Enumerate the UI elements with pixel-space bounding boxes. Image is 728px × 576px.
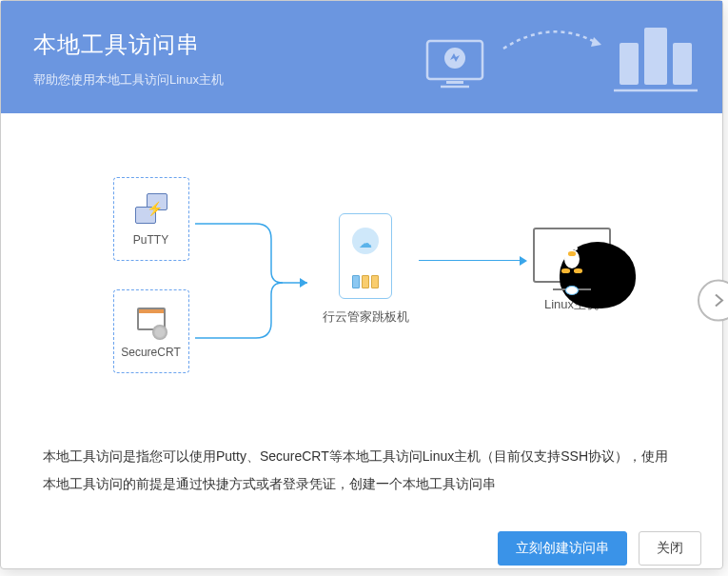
arrow-server-to-host — [409, 260, 533, 262]
tools-column: ⚡ PuTTY SecureCRT — [113, 177, 189, 373]
tux-icon — [558, 238, 586, 272]
dialog: 本地工具访问串 帮助您使用本地工具访问Linux主机 — [0, 0, 723, 569]
putty-label: PuTTY — [133, 233, 168, 247]
close-button[interactable]: 关闭 — [639, 531, 701, 566]
tool-putty: ⚡ PuTTY — [113, 177, 189, 261]
svg-rect-4 — [620, 43, 639, 85]
jump-server-label: 行云管家跳板机 — [323, 308, 409, 326]
next-button[interactable] — [698, 280, 728, 322]
linux-host: Linux主机 — [533, 228, 611, 313]
svg-rect-5 — [644, 28, 667, 85]
jump-server: ☁ 行云管家跳板机 — [323, 213, 409, 326]
svg-rect-1 — [446, 81, 463, 84]
connection-diagram: ⚡ PuTTY SecureCRT — [39, 161, 684, 389]
server-icon: ☁ — [339, 213, 392, 299]
dialog-footer: 立刻创建访问串 关闭 — [1, 518, 722, 576]
header-illustration — [418, 18, 703, 104]
dialog-body: ⚡ PuTTY SecureCRT — [1, 113, 722, 518]
create-button[interactable]: 立刻创建访问串 — [498, 531, 627, 566]
securecrt-label: SecureCRT — [121, 346, 180, 359]
description-text: 本地工具访问是指您可以使用Putty、SecureCRT等本地工具访问Linux… — [39, 443, 684, 499]
arrows-tools-to-server — [189, 180, 323, 370]
monitor-icon — [533, 228, 611, 283]
putty-icon: ⚡ — [133, 191, 169, 228]
header: 本地工具访问串 帮助您使用本地工具访问Linux主机 — [1, 1, 722, 113]
svg-rect-6 — [673, 43, 692, 85]
securecrt-icon — [133, 304, 169, 340]
tool-securecrt: SecureCRT — [113, 289, 189, 373]
